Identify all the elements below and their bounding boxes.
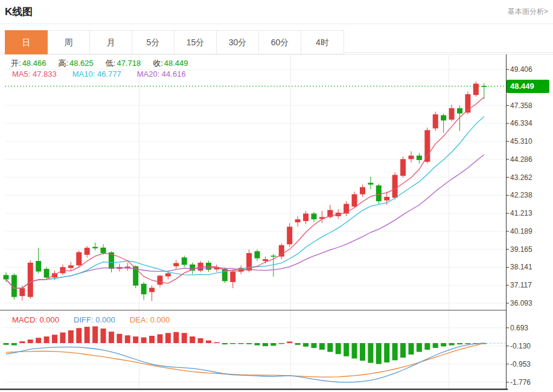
ma-item: MA5: 47.833 [12, 69, 57, 79]
price-axis-label: 47.358 [510, 101, 532, 111]
ohlc-item: 收:48.449 [153, 58, 188, 69]
price-axis-label: 38.141 [510, 262, 532, 272]
ohlc-item: 开:48.466 [11, 58, 46, 69]
macd-item: DEA: 0.000 [130, 315, 170, 324]
tab-月[interactable]: 月 [90, 31, 132, 54]
price-axis-label: 46.334 [510, 118, 532, 128]
macd-axis-label: -0.953 [510, 359, 531, 369]
price-axis-label: 37.117 [510, 280, 532, 290]
ohlc-readout: 开:48.466高:48.625低:47.718收:48.449 [11, 58, 188, 69]
tab-15分[interactable]: 15分 [174, 31, 217, 54]
price-axis-label: 40.189 [510, 227, 532, 236]
price-axis-label: 49.406 [510, 65, 532, 74]
kline-app: K线图 基本面分析> 日周月5分15分30分60分4时 开:48.466高:48… [0, 0, 553, 392]
macd-axis-label: -0.130 [510, 341, 531, 351]
period-tabbar: 日周月5分15分30分60分4时 [5, 30, 344, 54]
tab-5分[interactable]: 5分 [132, 31, 174, 54]
price-axis-label: 36.093 [510, 298, 532, 308]
macd-item: DIFF: 0.000 [74, 315, 115, 324]
ma-item: MA10: 46.777 [72, 69, 121, 79]
price-axis-label: 45.310 [510, 137, 532, 146]
macd-axis-label: 0.693 [510, 323, 528, 333]
last-price-tag: 48.449 [507, 80, 549, 93]
price-axis-label: 44.286 [510, 155, 532, 164]
ohlc-item: 高:48.625 [58, 58, 93, 69]
chart-region[interactable] [0, 54, 553, 390]
tab-4时[interactable]: 4时 [301, 31, 344, 54]
price-axis-label: 41.213 [510, 208, 532, 218]
tab-周[interactable]: 周 [48, 31, 90, 54]
macd-readout: MACD: 0.000DIFF: 0.000DEA: 0.000 [12, 315, 170, 324]
price-axis-label: 43.262 [510, 173, 532, 182]
tab-日[interactable]: 日 [5, 30, 48, 54]
ma-readout: MA5: 47.833MA10: 46.777MA20: 44.616 [12, 69, 186, 79]
ma-item: MA20: 44.616 [137, 69, 186, 79]
macd-item: MACD: 0.000 [12, 315, 59, 324]
price-axis-label: 42.238 [510, 190, 532, 200]
tab-30分[interactable]: 30分 [217, 31, 259, 54]
ohlc-item: 低:47.718 [106, 58, 141, 69]
tab-60分[interactable]: 60分 [259, 31, 301, 54]
macd-axis-label: -1.776 [510, 378, 531, 387]
price-axis-label: 39.165 [510, 245, 532, 254]
